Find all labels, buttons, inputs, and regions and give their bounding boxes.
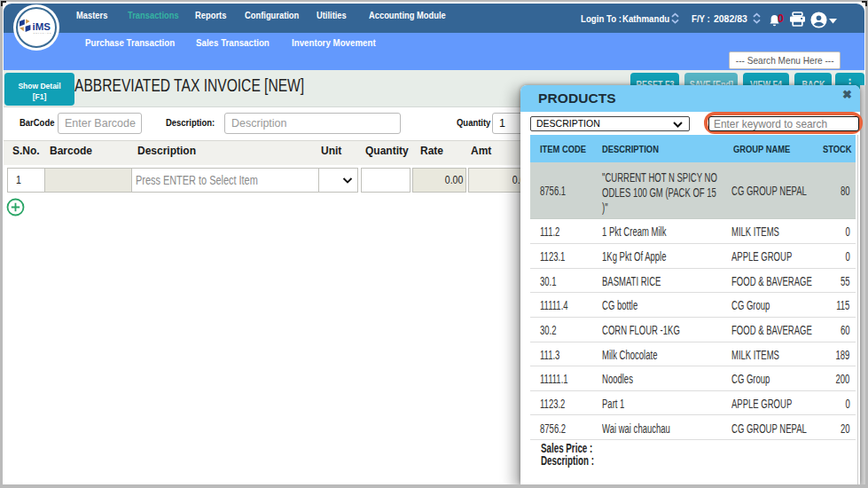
svg-text:SOFTWARE: SOFTWARE xyxy=(34,32,52,34)
svg-text:iMS: iMS xyxy=(33,21,51,32)
